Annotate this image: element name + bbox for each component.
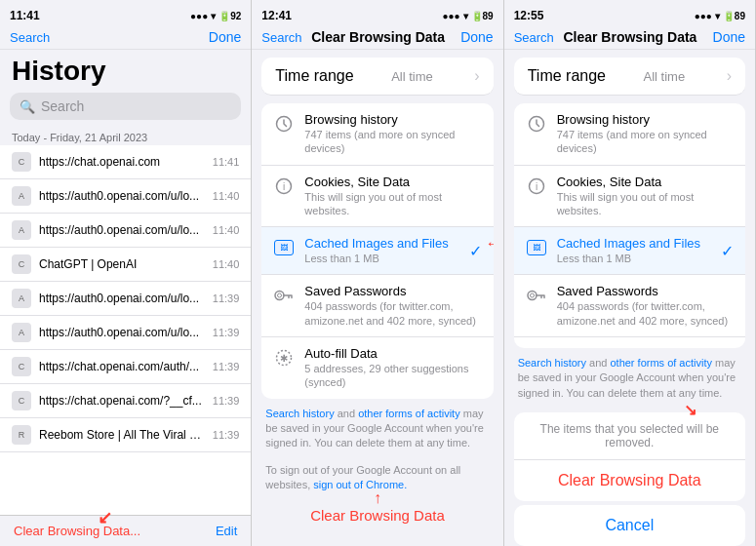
time-range-label-2: Time range bbox=[528, 67, 606, 85]
footer-text-content: and bbox=[338, 408, 358, 419]
clock-icon-2 bbox=[526, 113, 547, 135]
back-button-3[interactable]: Search bbox=[514, 30, 554, 45]
cancel-button[interactable]: Cancel bbox=[514, 505, 745, 546]
option-browsing-history[interactable]: Browsing history 747 items (and more on … bbox=[261, 103, 493, 166]
option-title: Auto-fill Data bbox=[304, 346, 481, 361]
option-title: Cached Images and Files bbox=[557, 236, 711, 251]
option-text: Cached Images and Files Less than 1 MB bbox=[557, 236, 711, 265]
option-text: Browsing history 747 items (and more on … bbox=[304, 112, 481, 156]
option-title: Browsing history bbox=[557, 112, 734, 127]
search-bar[interactable]: 🔍 Search bbox=[10, 93, 241, 120]
time-range-selector-2[interactable]: Time range All time › bbox=[514, 58, 745, 96]
cbd-content-2: Time range All time › Browsing history 7… bbox=[504, 50, 755, 546]
option-title: Cookies, Site Data bbox=[557, 175, 734, 189]
key-icon-2 bbox=[526, 285, 547, 306]
item-info: https://chat.openai.com/auth/... bbox=[39, 360, 205, 373]
signal-icon-3: ●●● bbox=[695, 11, 712, 21]
clear-button-bar-1: ↑ Clear Browsing Data bbox=[252, 501, 502, 530]
item-info: https://chat.openai.com bbox=[39, 155, 205, 169]
nav-bar-1: Search Done bbox=[0, 27, 251, 50]
status-icons-3: ●●● ▾ 🔋89 bbox=[695, 11, 745, 21]
footer-text-1: Search history and other forms of activi… bbox=[252, 399, 502, 459]
status-bar-1: 11:41 ●●● ▾ 🔋92 bbox=[0, 0, 251, 27]
footer-activity-link[interactable]: other forms of activity bbox=[358, 408, 460, 419]
history-item[interactable]: R Reebom Store | All The Viral P... 11:3… bbox=[0, 418, 251, 452]
option-autofill-2[interactable]: ✱ Auto-fill Data 5 addresses, 29 other s… bbox=[514, 337, 745, 348]
option-cached-images[interactable]: 🖼 Cached Images and Files Less than 1 MB… bbox=[261, 227, 493, 275]
confirm-clear-button[interactable]: Clear Browsing Data bbox=[514, 460, 745, 501]
item-url: Reebom Store | All The Viral P... bbox=[39, 428, 205, 442]
item-info: ChatGPT | OpenAI bbox=[39, 257, 205, 271]
section-date-header: Today - Friday, 21 April 2023 bbox=[0, 128, 251, 145]
signout-link[interactable]: sign out of Chrome. bbox=[313, 479, 407, 490]
history-item[interactable]: A https://auth0.openai.com/u/lo... 11:39 bbox=[0, 282, 251, 316]
item-url: https://chat.openai.com bbox=[39, 155, 205, 169]
history-item[interactable]: A https://auth0.openai.com/u/lo... 11:39 bbox=[0, 316, 251, 350]
back-button-1[interactable]: Search bbox=[10, 30, 50, 45]
footer-search-link-2[interactable]: Search history bbox=[518, 357, 586, 369]
footer-activity-link-2[interactable]: other forms of activity bbox=[610, 357, 712, 369]
site-icon: A bbox=[12, 220, 31, 240]
image-icon: 🖼 bbox=[273, 237, 295, 258]
item-info: Reebom Store | All The Viral P... bbox=[39, 428, 205, 442]
option-subtitle: This will sign you out of most websites. bbox=[304, 190, 481, 218]
option-text: Saved Passwords 404 passwords (for twitt… bbox=[557, 284, 734, 328]
item-info: https://auth0.openai.com/u/lo... bbox=[39, 326, 205, 339]
nav-title-2: Clear Browsing Data bbox=[302, 29, 455, 45]
item-info: https://auth0.openai.com/u/lo... bbox=[39, 223, 205, 237]
item-url: https://auth0.openai.com/u/lo... bbox=[39, 292, 205, 305]
history-item[interactable]: C https://chat.openai.com/auth/... 11:39 bbox=[0, 350, 251, 384]
time-range-selector[interactable]: Time range All time › bbox=[261, 58, 493, 96]
item-url: https://auth0.openai.com/u/lo... bbox=[39, 326, 205, 339]
history-item[interactable]: A https://auth0.openai.com/u/lo... 11:40 bbox=[0, 179, 251, 214]
history-item[interactable]: C ChatGPT | OpenAI 11:40 bbox=[0, 248, 251, 282]
back-button-2[interactable]: Search bbox=[261, 30, 301, 45]
history-item[interactable]: C https://chat.openai.com/?__cf... 11:39 bbox=[0, 384, 251, 418]
history-item[interactable]: A https://auth0.openai.com/u/lo... 11:40 bbox=[0, 214, 251, 248]
option-text: Cookies, Site Data This will sign you ou… bbox=[304, 175, 481, 218]
option-title: Saved Passwords bbox=[304, 284, 481, 298]
item-time: 11:39 bbox=[213, 327, 240, 338]
option-cached-images-2[interactable]: 🖼 Cached Images and Files Less than 1 MB… bbox=[514, 227, 745, 275]
history-item[interactable]: C https://chat.openai.com 11:41 bbox=[0, 145, 251, 179]
option-text: Saved Passwords 404 passwords (for twitt… bbox=[304, 284, 481, 328]
option-cookies-2[interactable]: i Cookies, Site Data This will sign you … bbox=[514, 166, 745, 228]
site-icon: C bbox=[12, 152, 31, 172]
option-passwords[interactable]: Saved Passwords 404 passwords (for twitt… bbox=[261, 275, 493, 337]
option-title: Auto-fill Data bbox=[557, 346, 734, 348]
option-passwords-2[interactable]: Saved Passwords 404 passwords (for twitt… bbox=[514, 275, 745, 337]
footer-search-link[interactable]: Search history bbox=[265, 408, 334, 419]
info-icon-2: i bbox=[526, 176, 547, 197]
history-title: History bbox=[0, 50, 251, 93]
site-icon: C bbox=[12, 254, 31, 274]
status-bar-3: 12:55 ●●● ▾ 🔋89 bbox=[504, 0, 755, 27]
search-icon: 🔍 bbox=[20, 99, 35, 114]
done-button-3[interactable]: Done bbox=[706, 29, 745, 45]
chevron-right-icon-2: › bbox=[727, 67, 732, 85]
item-time: 11:39 bbox=[213, 395, 240, 407]
arrow-indicator-1: ↙ bbox=[98, 507, 112, 528]
footer-text-2: Search history and other forms of activi… bbox=[504, 348, 755, 409]
battery-icon-2: 🔋89 bbox=[471, 11, 494, 21]
footer-text-content-2: and bbox=[589, 357, 610, 369]
svg-point-4 bbox=[278, 293, 282, 297]
option-browsing-history-2[interactable]: Browsing history 747 items (and more on … bbox=[514, 103, 745, 166]
done-button-1[interactable]: Done bbox=[202, 29, 241, 45]
option-autofill[interactable]: ✱ Auto-fill Data 5 addresses, 29 other s… bbox=[261, 337, 493, 399]
edit-button[interactable]: Edit bbox=[216, 524, 237, 538]
site-icon: R bbox=[12, 425, 31, 445]
done-button-2[interactable]: Done bbox=[455, 29, 494, 45]
clear-browsing-data-button-1[interactable]: Clear Browsing Data bbox=[310, 507, 445, 524]
status-icons-1: ●●● ▾ 🔋92 bbox=[190, 11, 241, 21]
site-icon: C bbox=[12, 357, 31, 376]
clear-browsing-data-link[interactable]: Clear Browsing Data... bbox=[14, 524, 140, 538]
item-time: 11:40 bbox=[213, 258, 240, 270]
item-info: https://auth0.openai.com/u/lo... bbox=[39, 292, 205, 305]
item-url: ChatGPT | OpenAI bbox=[39, 257, 205, 271]
nav-bar-3: Search Clear Browsing Data Done bbox=[504, 27, 755, 50]
nav-bar-2: Search Clear Browsing Data Done bbox=[252, 27, 502, 50]
site-icon: C bbox=[12, 391, 31, 410]
status-icons-2: ●●● ▾ 🔋89 bbox=[442, 11, 493, 21]
nav-title-3: Clear Browsing Data bbox=[554, 29, 706, 45]
option-cookies[interactable]: i Cookies, Site Data This will sign you … bbox=[261, 166, 493, 228]
